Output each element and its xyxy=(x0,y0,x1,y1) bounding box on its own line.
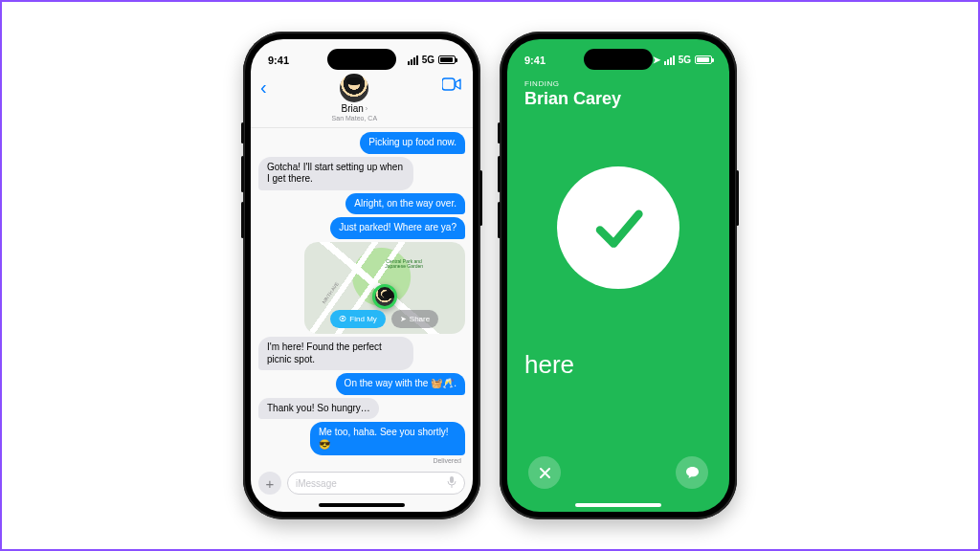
conversation-header: ‹ Brian › San Mateo, CA xyxy=(251,72,473,128)
message-in[interactable]: I'm here! Found the perfect picnic spot. xyxy=(258,337,413,370)
contact-name[interactable]: Brian xyxy=(341,103,363,114)
dynamic-island xyxy=(584,49,653,70)
signal-icon xyxy=(408,55,418,65)
conversation-thread[interactable]: Picking up food now. Gotcha! I'll start … xyxy=(251,128,473,466)
battery-icon xyxy=(695,55,712,64)
share-button[interactable]: ➤ Share xyxy=(391,310,438,328)
network-label: 5G xyxy=(422,55,434,65)
location-attachment[interactable]: Central Park and Japanese Garden NINTH A… xyxy=(304,242,465,335)
phone-messages: 9:41 5G ‹ Brian › San Mateo, CA xyxy=(243,32,480,519)
home-indicator[interactable] xyxy=(575,503,661,507)
found-indicator xyxy=(557,166,679,289)
finding-label: FINDING xyxy=(524,79,712,88)
chevron-right-icon: › xyxy=(366,105,368,112)
status-time: 9:41 xyxy=(524,55,546,66)
checkmark-icon xyxy=(589,198,648,257)
battery-icon xyxy=(438,55,456,64)
back-button[interactable]: ‹ xyxy=(260,74,267,97)
signal-icon xyxy=(664,55,675,65)
message-out[interactable]: Just parked! Where are ya? xyxy=(330,217,465,239)
distance-status: here xyxy=(524,350,712,380)
message-input[interactable]: iMessage xyxy=(287,472,465,495)
location-arrow-icon: ➤ xyxy=(653,55,660,65)
svg-rect-1 xyxy=(450,476,454,483)
phone-findmy: 9:41 ➤ 5G FINDING Brian Carey here xyxy=(500,32,737,519)
input-placeholder: iMessage xyxy=(296,478,337,489)
findmy-button[interactable]: ⦿ Find My xyxy=(330,310,385,328)
network-label: 5G xyxy=(679,55,691,65)
message-button[interactable] xyxy=(676,456,708,489)
message-out[interactable]: On the way with the 🧺🥂. xyxy=(336,373,465,395)
finding-name: Brian Carey xyxy=(524,89,712,109)
status-time: 9:41 xyxy=(268,55,289,66)
plus-button[interactable]: + xyxy=(258,472,281,495)
message-out[interactable]: Alright, on the way over. xyxy=(345,193,465,215)
delivered-status: Delivered xyxy=(258,457,465,464)
message-out[interactable]: Me too, haha. See you shortly! 😎 xyxy=(310,422,465,455)
location-arrow-icon: ➤ xyxy=(400,315,407,323)
facetime-button[interactable] xyxy=(442,74,463,95)
close-button[interactable] xyxy=(528,456,561,489)
svg-rect-0 xyxy=(442,78,455,90)
contact-avatar[interactable] xyxy=(340,74,368,102)
dictate-icon[interactable] xyxy=(447,476,457,491)
contact-location: San Mateo, CA xyxy=(332,115,377,121)
home-indicator[interactable] xyxy=(319,503,405,507)
dynamic-island xyxy=(327,49,396,70)
message-in[interactable]: Thank you! So hungry… xyxy=(258,398,379,420)
message-in[interactable]: Gotcha! I'll start setting up when I get… xyxy=(258,157,413,190)
findmy-icon: ⦿ xyxy=(339,315,346,323)
map-poi-label: Central Park and Japanese Garden xyxy=(385,259,423,270)
location-pin[interactable] xyxy=(372,284,397,309)
message-out[interactable]: Picking up food now. xyxy=(360,132,465,154)
